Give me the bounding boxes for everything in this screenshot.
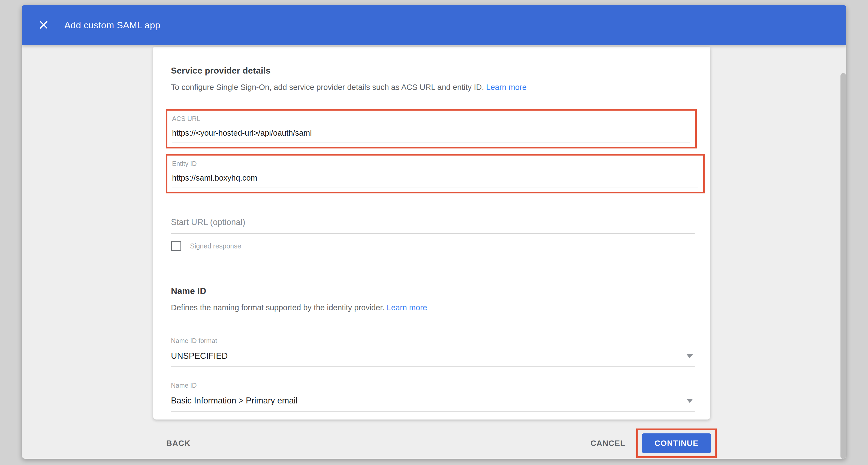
name-id-heading: Name ID <box>171 286 694 296</box>
cancel-button[interactable]: CANCEL <box>590 439 625 448</box>
start-url-input[interactable] <box>171 218 694 227</box>
acs-url-underline <box>172 142 690 142</box>
continue-highlight-box: CONTINUE <box>636 429 717 458</box>
scrollbar-thumb[interactable] <box>840 73 846 459</box>
learn-more-link-sp[interactable]: Learn more <box>486 83 526 92</box>
entity-id-highlight-box: Entity ID https://saml.boxyhq.com <box>166 154 705 193</box>
close-button[interactable] <box>37 19 50 32</box>
start-url-underline <box>171 233 694 234</box>
dialog-title: Add custom SAML app <box>64 20 160 31</box>
name-id-underline <box>171 411 694 411</box>
acs-url-highlight-box: ACS URL https://<your-hosted-url>/api/oa… <box>166 109 697 148</box>
acs-url-value[interactable]: https://<your-hosted-url>/api/oauth/saml <box>172 129 690 138</box>
service-provider-description-text: To configure Single Sign-On, add service… <box>171 83 486 92</box>
signed-response-label: Signed response <box>190 242 241 250</box>
name-id-description: Defines the naming format supported by t… <box>171 303 694 312</box>
service-provider-card: Service provider details To configure Si… <box>153 47 710 420</box>
entity-id-underline <box>172 187 698 188</box>
name-id-format-dropdown[interactable]: Name ID format UNSPECIFIED <box>171 337 694 367</box>
name-id-label: Name ID <box>171 381 694 389</box>
name-id-dropdown[interactable]: Name ID Basic Information > Primary emai… <box>171 381 694 411</box>
continue-button[interactable]: CONTINUE <box>642 433 711 453</box>
dialog-footer: BACK CANCEL CONTINUE <box>22 420 846 459</box>
screen-backdrop: Add custom SAML app Service provider det… <box>0 0 868 465</box>
service-provider-heading: Service provider details <box>171 47 694 76</box>
entity-id-label: Entity ID <box>172 160 698 168</box>
entity-id-value[interactable]: https://saml.boxyhq.com <box>172 173 698 182</box>
chevron-down-icon <box>686 399 693 403</box>
service-provider-description: To configure Single Sign-On, add service… <box>171 82 694 92</box>
close-icon <box>38 20 49 31</box>
signed-response-checkbox[interactable] <box>171 241 181 251</box>
acs-url-label: ACS URL <box>172 115 690 123</box>
name-id-value: Basic Information > Primary email <box>171 396 686 406</box>
entity-id-field[interactable]: Entity ID https://saml.boxyhq.com <box>172 160 698 188</box>
add-saml-app-dialog: Add custom SAML app Service provider det… <box>22 5 846 459</box>
chevron-down-icon <box>686 354 693 358</box>
name-id-format-underline <box>171 366 694 367</box>
signed-response-row: Signed response <box>171 241 694 251</box>
start-url-field <box>171 218 694 234</box>
dialog-header: Add custom SAML app <box>22 5 846 45</box>
back-button[interactable]: BACK <box>166 439 191 448</box>
name-id-format-label: Name ID format <box>171 337 694 344</box>
learn-more-link-nameid[interactable]: Learn more <box>387 303 427 312</box>
acs-url-field[interactable]: ACS URL https://<your-hosted-url>/api/oa… <box>172 115 690 142</box>
name-id-description-text: Defines the naming format supported by t… <box>171 303 387 312</box>
name-id-format-value: UNSPECIFIED <box>171 351 686 361</box>
